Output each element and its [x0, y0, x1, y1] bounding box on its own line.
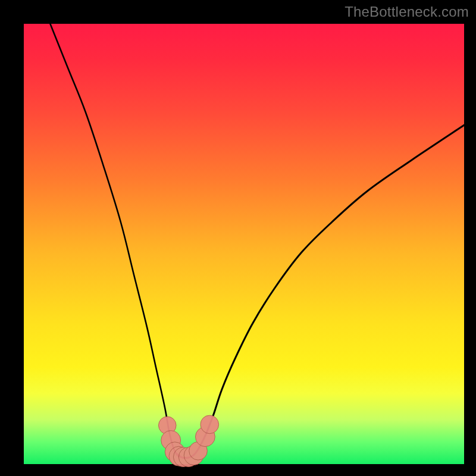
- curve-left-segment: [50, 24, 189, 458]
- curve-markers: [158, 415, 218, 467]
- curve-right-segment: [176, 125, 464, 458]
- curve-marker: [201, 415, 219, 434]
- bottleneck-curve-svg: [24, 24, 464, 464]
- attribution-label: TheBottleneck.com: [345, 4, 469, 20]
- plot-area: [24, 24, 464, 464]
- chart-stage: TheBottleneck.com: [0, 0, 476, 476]
